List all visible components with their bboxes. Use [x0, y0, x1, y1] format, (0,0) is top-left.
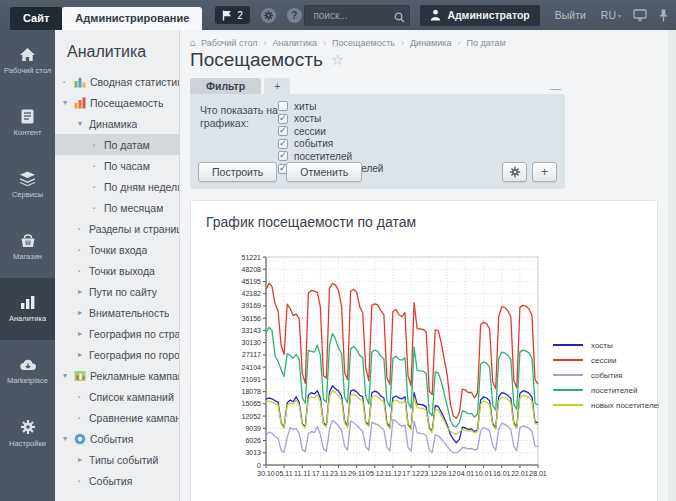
- filter-checkbox-row: сессии: [278, 125, 383, 138]
- rail-item-analytics[interactable]: Аналитика: [0, 278, 55, 340]
- filter-settings-button[interactable]: [502, 162, 527, 182]
- admin-tab[interactable]: Администрирование: [62, 7, 202, 30]
- add-filter-tab[interactable]: +: [264, 78, 290, 94]
- rail-item-settings[interactable]: Настройки: [0, 402, 55, 464]
- checkbox-checked[interactable]: [278, 139, 288, 149]
- sidebar-item[interactable]: ▪Точки входа: [55, 239, 179, 260]
- rail-item-marketplace[interactable]: Marketplace: [0, 340, 55, 402]
- chevron-right-icon[interactable]: ▸: [78, 455, 89, 464]
- sidebar-item[interactable]: ▸Внимательность: [55, 302, 179, 323]
- svg-text:10.01: 10.01: [475, 470, 493, 477]
- rail-item-desktop[interactable]: Рабочий стол: [0, 30, 55, 92]
- search-icon[interactable]: [394, 9, 405, 27]
- settings-gear-button[interactable]: [261, 8, 276, 23]
- svg-text:22.01: 22.01: [511, 470, 529, 477]
- chevron-down-icon[interactable]: ▾: [63, 434, 74, 443]
- scrollbar-track[interactable]: [668, 30, 676, 501]
- rail-item-content[interactable]: Контент: [0, 92, 55, 154]
- sidebar-item-label: По дням недели: [104, 181, 179, 193]
- sidebar-item[interactable]: ▪Сводная статистика: [55, 71, 179, 92]
- breadcrumb-item[interactable]: Рабочий стол: [201, 38, 258, 48]
- svg-text:05.11: 05.11: [276, 470, 293, 477]
- sidebar-item-label: По датам: [104, 139, 150, 151]
- sidebar-item[interactable]: ▾Динамика: [55, 113, 179, 134]
- chevron-right-icon[interactable]: ▸: [78, 287, 89, 296]
- chevron-down-icon[interactable]: ▾: [63, 98, 74, 107]
- monitor-icon[interactable]: [633, 9, 647, 21]
- checkbox-label[interactable]: события: [294, 138, 333, 149]
- sidebar-item[interactable]: ▾Посещаемость: [55, 92, 179, 113]
- sidebar-item-label: Разделы и страницы: [89, 223, 179, 235]
- breadcrumb-separator: ›: [457, 38, 460, 48]
- sidebar-item[interactable]: ▪По дням недели: [55, 176, 179, 197]
- chevron-down-icon[interactable]: ▾: [63, 371, 74, 380]
- filter-tab[interactable]: Фильтр: [190, 78, 261, 94]
- svg-text:хосты: хосты: [591, 341, 613, 350]
- rail-item-services[interactable]: Сервисы: [0, 154, 55, 216]
- sidebar-item[interactable]: ▪По часам: [55, 155, 179, 176]
- chevron-right-icon[interactable]: ▸: [78, 308, 89, 317]
- checkbox-label[interactable]: хосты: [294, 113, 321, 124]
- checkbox[interactable]: [278, 101, 288, 111]
- chevron-down-icon[interactable]: ▾: [78, 119, 89, 128]
- checkbox-label[interactable]: хиты: [294, 101, 316, 112]
- svg-text:51221: 51221: [242, 254, 262, 261]
- svg-text:36156: 36156: [242, 315, 262, 322]
- sidebar-item[interactable]: ▾Рекламные кампании: [55, 365, 179, 386]
- chart-title: График посещаемости по датам: [206, 214, 416, 230]
- sidebar-item[interactable]: ▸География по городам: [55, 344, 179, 365]
- favorite-star-icon[interactable]: ☆: [331, 51, 344, 69]
- breadcrumb-item[interactable]: Аналитика: [273, 38, 318, 48]
- checkbox-checked[interactable]: [278, 151, 288, 161]
- language-switcher[interactable]: RU ▾: [601, 9, 621, 21]
- sidebar-item[interactable]: ▪Сравнение кампаний: [55, 407, 179, 428]
- filter-checkbox-row: события: [278, 138, 383, 151]
- chevron-right-icon[interactable]: ▸: [78, 329, 89, 338]
- sidebar-item[interactable]: ▪Точки выхода: [55, 260, 179, 281]
- cancel-button[interactable]: Отменить: [286, 162, 362, 182]
- help-button[interactable]: ?: [287, 8, 302, 23]
- add-filter-field-button[interactable]: +: [532, 162, 557, 182]
- breadcrumb-item[interactable]: Динамика: [410, 38, 451, 48]
- bullet-icon: ▪: [78, 268, 89, 274]
- notifications-count: 2: [237, 10, 243, 21]
- chart-card: График посещаемости по датам 03013602690…: [190, 200, 658, 501]
- sidebar-item[interactable]: ▾События: [55, 428, 179, 449]
- collapse-filter-icon[interactable]: —: [550, 82, 561, 94]
- sidebar: Аналитика ▪Сводная статистика▾Посещаемос…: [55, 30, 180, 501]
- notifications-button[interactable]: 2: [215, 6, 250, 24]
- logout-link[interactable]: Выйти: [555, 9, 586, 21]
- checkbox-label[interactable]: сессии: [294, 126, 326, 137]
- sidebar-item[interactable]: ▪Список кампаний: [55, 386, 179, 407]
- sidebar-item-label: Сводная статистика: [90, 76, 179, 88]
- rail-item-label: Контент: [14, 128, 42, 137]
- rail-item-label: Магазин: [13, 252, 42, 261]
- home-icon: [19, 47, 36, 62]
- sidebar-item[interactable]: ▪События: [55, 470, 179, 491]
- svg-text:сессии: сессии: [591, 356, 616, 365]
- build-button[interactable]: Построить: [198, 162, 277, 182]
- sidebar-item[interactable]: ▪По датам: [55, 134, 179, 155]
- svg-text:17.11: 17.11: [312, 470, 329, 477]
- sidebar-item-label: Типы событий: [89, 454, 158, 466]
- sidebar-item[interactable]: ▸Типы событий: [55, 449, 179, 470]
- pin-icon[interactable]: [659, 9, 668, 22]
- chevron-right-icon[interactable]: ▸: [78, 350, 89, 359]
- checkbox-checked[interactable]: [278, 114, 288, 124]
- svg-text:посетителей: посетителей: [591, 386, 637, 395]
- sidebar-item[interactable]: ▸География по странам: [55, 323, 179, 344]
- sidebar-item[interactable]: ▸Пути по сайту: [55, 281, 179, 302]
- checkbox-checked[interactable]: [278, 126, 288, 136]
- svg-text:18078: 18078: [242, 388, 262, 395]
- sidebar-item[interactable]: ▪По месяцам: [55, 197, 179, 218]
- rail-item-shop[interactable]: Магазин: [0, 216, 55, 278]
- home-icon[interactable]: ⌂: [190, 37, 196, 48]
- breadcrumb-item[interactable]: Посещаемость: [332, 38, 395, 48]
- checkbox-label[interactable]: посетителей: [294, 151, 352, 162]
- site-tab[interactable]: Сайт: [10, 7, 62, 30]
- rail-item-label: Marketplace: [7, 376, 48, 385]
- user-button[interactable]: Администратор: [420, 5, 539, 26]
- left-rail: Рабочий стол Контент Сервисы Магазин Ана…: [0, 30, 55, 501]
- layers-icon: [19, 171, 36, 186]
- sidebar-item[interactable]: ▪Разделы и страницы: [55, 218, 179, 239]
